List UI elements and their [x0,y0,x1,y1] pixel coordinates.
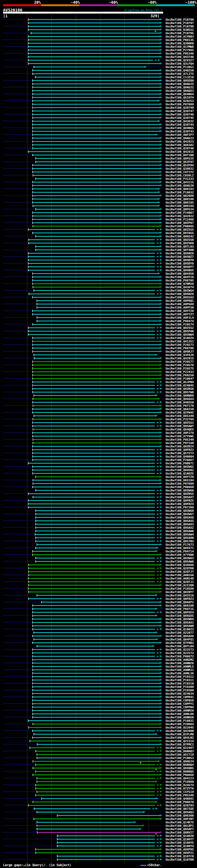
alignment-row[interactable]: UniRef100_P27985 [0,48,197,52]
alignment-row[interactable]: UniRef100_Q9SAX2 [0,526,197,529]
alignment-bar[interactable] [33,314,160,315]
alignment-row[interactable]: UniRef100_Q9SDY8 [0,262,197,265]
alignment-row[interactable]: UniRef100_P08474 [0,319,197,323]
alignment-bar[interactable] [33,175,160,176]
subject-id-label[interactable]: UniRef100_Q106Z0 [166,834,194,838]
subject-id-label[interactable]: UniRef100_Q9ZWG3 [166,556,194,560]
alignment-row[interactable]: UniRef100_Q39744 [0,123,197,126]
alignment-bar[interactable] [33,137,160,138]
alignment-row[interactable]: UniRef100_Q9AUJ2 [0,86,197,89]
alignment-row[interactable]: UniRef100_A9PJ78 [0,431,197,434]
subject-id-label[interactable]: UniRef100_Q9SDY9 [166,258,194,262]
subject-id-label[interactable]: UniRef100_P00870 [166,800,194,804]
alignment-row[interactable]: UniRef100_Q9TLH3 [0,245,197,248]
alignment-bar[interactable] [33,368,160,369]
alignment-row[interactable]: UniRef100_Q9SAX5 [0,519,197,523]
alignment-bar[interactable] [33,70,160,71]
subject-id-label[interactable]: UniRef100_O22645 [166,726,194,729]
subject-id-label[interactable]: UniRef100_P26573 [166,343,194,346]
alignment-row[interactable]: UniRef100_P07398 [0,505,197,509]
alignment-bar[interactable] [33,226,160,227]
alignment-row[interactable]: UniRef100_P26576 [0,363,197,367]
alignment-bar[interactable] [33,774,160,775]
alignment-row[interactable]: UniRef100_Q43832 [0,120,197,123]
alignment-row[interactable]: UniRef100_Q9SNW4 [0,333,197,336]
alignment-row[interactable]: UniRef100_Q39749 [0,106,197,109]
subject-id-label[interactable]: UniRef100_O65349 [166,414,194,417]
subject-id-label[interactable]: UniRef100_Q39746 [166,113,194,116]
alignment-bar[interactable] [33,127,160,128]
subject-id-label[interactable]: UniRef100_P08706 [166,346,194,350]
subject-id-label[interactable]: UniRef100_P10795 [166,31,194,35]
alignment-bar[interactable] [36,209,160,210]
alignment-row[interactable]: UniRef100_Q40004 [0,455,197,458]
alignment-row[interactable]: UniRef100_A3F6J6 [0,353,197,356]
subject-id-label[interactable]: UniRef100_Q08184 [166,204,194,208]
alignment-bar[interactable] [33,649,155,650]
alignment-bar[interactable] [35,77,160,78]
subject-id-label[interactable]: UniRef100_P26577 [166,360,194,363]
alignment-row[interactable]: UniRef100_Q5ZF94 [0,163,197,167]
alignment-bar[interactable] [33,723,160,724]
alignment-row[interactable]: UniRef100_Q2QTK0 [0,566,197,570]
alignment-row[interactable]: UniRef100_Q9SEB9 [0,79,197,82]
alignment-bar[interactable] [36,771,155,772]
subject-id-label[interactable]: UniRef100_Q02980 [166,194,194,197]
subject-id-label[interactable]: UniRef100_Q84Y16 [166,275,194,279]
alignment-row[interactable]: UniRef100_C5Y519 [0,790,197,794]
alignment-row[interactable]: UniRef100_Q107C0 [0,855,197,858]
alignment-row[interactable]: UniRef100_O22572 [0,651,197,655]
subject-id-label[interactable]: UniRef100_Q9SEB9 [166,79,194,82]
alignment-bar[interactable] [28,29,160,30]
alignment-row[interactable]: UniRef100_P26577 [0,360,197,363]
alignment-row[interactable]: UniRef100_Q14K75 [0,820,197,824]
subject-id-label[interactable]: UniRef100_A5C718 [166,753,194,756]
subject-id-label[interactable]: UniRef100_Q106Y5 [166,841,194,844]
alignment-bar[interactable] [33,731,155,731]
alignment-row[interactable]: UniRef100_Q04450 [0,272,197,275]
alignment-row[interactable]: UniRef100_Q96542 [0,235,197,238]
subject-id-label[interactable]: UniRef100_A6N149 [166,577,194,580]
alignment-row[interactable]: UniRef100_A9NNZ8 [0,661,197,665]
alignment-row[interactable]: UniRef100_P19309 [0,685,197,688]
alignment-bar[interactable] [33,365,160,366]
subject-id-label[interactable]: UniRef100_Q9SAX6 [166,516,194,519]
alignment-bar[interactable] [28,60,153,61]
subject-id-label[interactable]: UniRef100_Q43115 [166,180,194,184]
alignment-bar[interactable] [33,429,160,430]
subject-id-label[interactable]: UniRef100_P10796 [166,25,194,28]
alignment-row[interactable]: UniRef100_Q9ZSS5 [0,228,197,231]
alignment-row[interactable]: UniRef100_Q43746 [0,55,197,59]
alignment-row[interactable]: UniRef100_O22573 [0,648,197,651]
alignment-bar[interactable] [29,585,160,586]
alignment-bar[interactable] [33,324,160,325]
subject-id-label[interactable]: UniRef100_P16031 [166,719,194,722]
alignment-bar[interactable] [37,300,160,301]
alignment-bar[interactable] [28,53,160,54]
alignment-row[interactable]: UniRef100_Q9FRZ4 [0,502,197,505]
subject-id-label[interactable]: UniRef100_Q9ZSS2 [166,326,194,330]
subject-id-label[interactable]: UniRef100_Q5ZF97 [166,160,194,163]
subject-id-label[interactable]: UniRef100_Q9SDY8 [166,262,194,265]
alignment-bar[interactable] [33,670,160,670]
subject-id-label[interactable]: UniRef100_Q9XQB5 [166,766,194,770]
subject-id-label[interactable]: UniRef100_P07180 [166,441,194,445]
subject-id-label[interactable]: UniRef100_P10053 [166,756,194,760]
subject-id-label[interactable]: UniRef100_C0PQS9 [166,699,194,702]
subject-id-label[interactable]: UniRef100_Q38793 [166,804,194,807]
alignment-bar[interactable] [37,307,160,308]
alignment-row[interactable]: UniRef100_Q9ZSS0 [0,238,197,241]
alignment-row[interactable]: UniRef100_P10798 [0,18,197,21]
subject-id-label[interactable]: UniRef100_Q9SAX7 [166,495,194,499]
alignment-row[interactable]: UniRef100_Q106Z0 [0,834,197,838]
subject-id-label[interactable]: UniRef100_Q39748 [166,147,194,150]
subject-id-label[interactable]: UniRef100_Q9ZWG4 [166,289,194,292]
subject-id-label[interactable]: UniRef100_O24045 [166,384,194,387]
alignment-row[interactable]: UniRef100_A5JPN4 [0,380,197,384]
alignment-row[interactable]: UniRef100_Q40891 [0,797,197,800]
alignment-bar[interactable] [33,710,160,711]
alignment-bar[interactable] [36,236,160,237]
alignment-row[interactable]: UniRef100_Q941I3 [0,777,197,780]
alignment-row[interactable]: UniRef100_Q9ZWG4 [0,289,197,292]
alignment-row[interactable]: UniRef100_Q9AQX3 [0,89,197,92]
